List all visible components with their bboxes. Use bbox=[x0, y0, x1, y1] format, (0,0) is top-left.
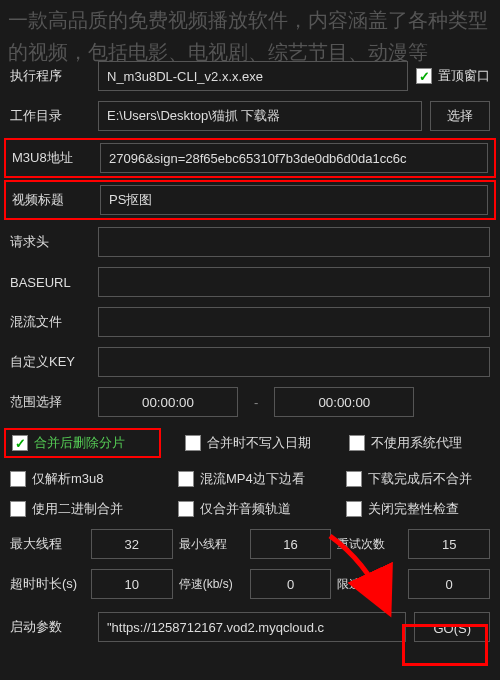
check-label: 使用二进制合并 bbox=[32, 500, 123, 518]
key-label: 自定义KEY bbox=[10, 353, 90, 371]
topmost-label: 置顶窗口 bbox=[438, 67, 490, 85]
range-from-input[interactable] bbox=[98, 387, 238, 417]
checkbox-icon bbox=[349, 435, 365, 451]
checkbox-icon bbox=[346, 471, 362, 487]
m3u8-input[interactable] bbox=[100, 143, 488, 173]
limit-input[interactable] bbox=[408, 569, 490, 599]
key-input[interactable] bbox=[98, 347, 490, 377]
checkbox-parse-only[interactable]: 仅解析m3u8 bbox=[10, 470, 154, 488]
range-to-input[interactable] bbox=[274, 387, 414, 417]
app-window: 执行程序 置顶窗口 工作目录 选择 M3U8地址 视频标题 请求头 BASEUR… bbox=[0, 0, 500, 680]
exec-row: 执行程序 置顶窗口 bbox=[0, 56, 500, 96]
args-input[interactable] bbox=[98, 612, 406, 642]
timeout-input[interactable] bbox=[91, 569, 173, 599]
workdir-row: 工作目录 选择 bbox=[0, 96, 500, 136]
checkbox-no-date-on-merge[interactable]: 合并时不写入日期 bbox=[185, 434, 326, 452]
mux-row: 混流文件 bbox=[0, 302, 500, 342]
check-label: 仅合并音频轨道 bbox=[200, 500, 291, 518]
min-thread-label: 最小线程 bbox=[179, 536, 244, 553]
check-row-1: 合并后删除分片 合并时不写入日期 不使用系统代理 bbox=[0, 422, 500, 464]
check-label: 不使用系统代理 bbox=[371, 434, 462, 452]
max-thread-label: 最大线程 bbox=[10, 535, 85, 553]
m3u8-label: M3U8地址 bbox=[12, 149, 92, 167]
checkbox-mux-mp4[interactable]: 混流MP4边下边看 bbox=[178, 470, 322, 488]
title-row: 视频标题 bbox=[4, 180, 496, 220]
m3u8-row: M3U8地址 bbox=[4, 138, 496, 178]
checkbox-audio-only[interactable]: 仅合并音频轨道 bbox=[178, 500, 322, 518]
range-separator: - bbox=[246, 395, 266, 410]
select-button[interactable]: 选择 bbox=[430, 101, 490, 131]
topmost-checkbox-wrap[interactable]: 置顶窗口 bbox=[416, 67, 490, 85]
retry-input[interactable] bbox=[408, 529, 490, 559]
header-row: 请求头 bbox=[0, 222, 500, 262]
exec-label: 执行程序 bbox=[10, 67, 90, 85]
stop-input[interactable] bbox=[250, 569, 332, 599]
min-thread-input[interactable] bbox=[250, 529, 332, 559]
baseurl-row: BASEURL bbox=[0, 262, 500, 302]
baseurl-label: BASEURL bbox=[10, 275, 90, 290]
checkbox-icon bbox=[178, 501, 194, 517]
mux-input[interactable] bbox=[98, 307, 490, 337]
thread-row: 最大线程 最小线程 重试次数 bbox=[0, 524, 500, 564]
stop-label: 停速(kb/s) bbox=[179, 576, 244, 593]
range-label: 范围选择 bbox=[10, 393, 90, 411]
limit-label: 限速(kb/s) bbox=[337, 576, 402, 593]
workdir-input[interactable] bbox=[98, 101, 422, 131]
header-input[interactable] bbox=[98, 227, 490, 257]
key-row: 自定义KEY bbox=[0, 342, 500, 382]
check-label: 合并后删除分片 bbox=[34, 434, 125, 452]
check-label: 下载完成后不合并 bbox=[368, 470, 472, 488]
go-button[interactable]: GO(S) bbox=[414, 612, 490, 642]
checkbox-icon bbox=[178, 471, 194, 487]
checkbox-delete-after-merge[interactable]: 合并后删除分片 bbox=[4, 428, 161, 458]
checkbox-icon bbox=[416, 68, 432, 84]
check-label: 混流MP4边下边看 bbox=[200, 470, 305, 488]
title-input[interactable] bbox=[100, 185, 488, 215]
check-label: 合并时不写入日期 bbox=[207, 434, 311, 452]
speed-row: 超时时长(s) 停速(kb/s) 限速(kb/s) bbox=[0, 564, 500, 604]
timeout-label: 超时时长(s) bbox=[10, 575, 85, 593]
checkbox-no-system-proxy[interactable]: 不使用系统代理 bbox=[349, 434, 490, 452]
retry-label: 重试次数 bbox=[337, 536, 402, 553]
baseurl-input[interactable] bbox=[98, 267, 490, 297]
check-row-2: 仅解析m3u8 混流MP4边下边看 下载完成后不合并 bbox=[0, 464, 500, 494]
check-row-3: 使用二进制合并 仅合并音频轨道 关闭完整性检查 bbox=[0, 494, 500, 524]
max-thread-input[interactable] bbox=[91, 529, 173, 559]
checkbox-disable-integrity[interactable]: 关闭完整性检查 bbox=[346, 500, 490, 518]
args-label: 启动参数 bbox=[10, 618, 90, 636]
workdir-label: 工作目录 bbox=[10, 107, 90, 125]
range-row: 范围选择 - bbox=[0, 382, 500, 422]
checkbox-icon bbox=[10, 471, 26, 487]
checkbox-icon bbox=[185, 435, 201, 451]
header-label: 请求头 bbox=[10, 233, 90, 251]
checkbox-no-merge-after[interactable]: 下载完成后不合并 bbox=[346, 470, 490, 488]
check-label: 关闭完整性检查 bbox=[368, 500, 459, 518]
check-label: 仅解析m3u8 bbox=[32, 470, 104, 488]
mux-label: 混流文件 bbox=[10, 313, 90, 331]
exec-input[interactable] bbox=[98, 61, 408, 91]
checkbox-icon bbox=[346, 501, 362, 517]
checkbox-icon bbox=[10, 501, 26, 517]
title-label: 视频标题 bbox=[12, 191, 92, 209]
checkbox-binary-merge[interactable]: 使用二进制合并 bbox=[10, 500, 154, 518]
args-row: 启动参数 GO(S) bbox=[0, 604, 500, 650]
checkbox-icon bbox=[12, 435, 28, 451]
